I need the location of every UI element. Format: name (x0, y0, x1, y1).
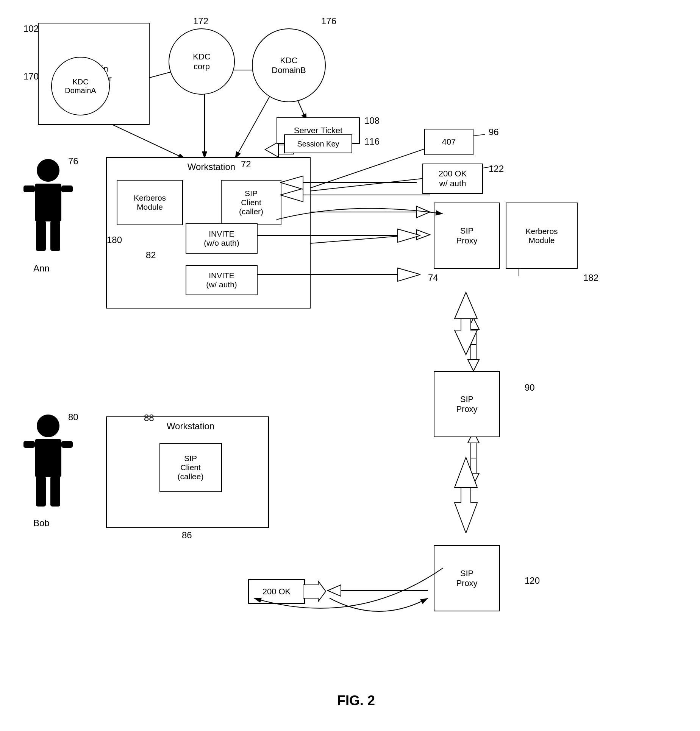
invite-wo-auth-label: INVITE (w/o auth) (204, 229, 239, 248)
svg-rect-37 (35, 439, 61, 477)
ref-80: 80 (68, 412, 78, 422)
svg-marker-46 (455, 488, 477, 533)
msg-407-label: 407 (442, 137, 456, 147)
arrow-invite-wo-auth-right (258, 225, 420, 246)
svg-marker-54 (398, 268, 420, 281)
ref-90: 90 (525, 382, 535, 393)
kdc-domain-a-label: KDC DomainA (65, 78, 96, 95)
session-key-box: Session Key (284, 134, 352, 153)
workstation-bottom-box: Workstation SIP Client (callee) (106, 416, 269, 528)
svg-point-30 (37, 159, 59, 182)
double-arrow-up-74-90 (449, 288, 483, 357)
bob-figure (23, 413, 73, 515)
ref-182: 182 (583, 273, 598, 283)
ref-96: 96 (489, 127, 499, 137)
ref-176: 176 (321, 16, 336, 26)
fig-label: FIG. 2 (280, 693, 432, 709)
svg-marker-44 (455, 319, 477, 355)
svg-marker-18 (468, 360, 479, 371)
ref-102: 102 (23, 23, 39, 34)
sip-proxy-120-box: SIP Proxy (434, 545, 500, 611)
curved-arrow-proxy-callee (167, 530, 443, 625)
kerberos-module-182-box: Kerberos Module (506, 203, 578, 269)
double-arrow-up-90-120 (449, 454, 483, 533)
msg-200ok-auth-label: 200 OK w/ auth (439, 169, 467, 189)
svg-marker-52 (280, 176, 303, 189)
diagram: Domain Controller KDC DomainA 102 170 KD… (0, 0, 700, 731)
invite-w-auth-label: INVITE (w/ auth) (206, 271, 237, 289)
svg-marker-50 (398, 229, 420, 242)
sip-proxy-90-box: SIP Proxy (434, 371, 500, 437)
workstation-top-label: Workstation (113, 162, 310, 172)
ref-116: 116 (364, 136, 380, 147)
session-key-label: Session Key (297, 140, 339, 148)
bob-label: Bob (33, 518, 50, 528)
kerberos-module-182-label: Kerberos Module (525, 227, 558, 245)
svg-rect-38 (23, 441, 35, 448)
kdc-domain-b-circle: KDC DomainB (252, 28, 326, 102)
kdc-domain-a-circle: KDC DomainA (51, 57, 110, 115)
curved-arrow-caller-proxy (239, 193, 451, 223)
invite-wo-auth-box: INVITE (w/o auth) (186, 223, 258, 254)
ref-74: 74 (428, 273, 438, 283)
svg-rect-41 (50, 476, 60, 507)
kdc-corp-circle: KDC corp (169, 28, 235, 95)
kerberos-module-top-label: Kerberos Module (134, 193, 166, 212)
arrow-200ok-auth-left (280, 172, 417, 193)
msg-200ok-auth-box: 200 OK w/ auth (422, 164, 483, 194)
ref-122: 122 (489, 164, 504, 174)
ref-76: 76 (68, 156, 78, 167)
svg-rect-32 (23, 185, 35, 192)
svg-rect-33 (61, 185, 73, 192)
kdc-corp-label: KDC corp (193, 52, 210, 72)
sip-client-callee-label: SIP Client (callee) (178, 454, 204, 481)
ann-figure (23, 157, 73, 259)
ref-172: 172 (193, 16, 208, 26)
ref-88: 88 (144, 413, 154, 423)
arrow-invite-w-auth-right (258, 264, 420, 285)
svg-point-36 (37, 415, 59, 437)
invite-w-auth-box: INVITE (w/ auth) (186, 265, 258, 295)
ref-120: 120 (525, 575, 540, 586)
kdc-domain-b-label: KDC DomainB (272, 56, 306, 75)
svg-line-7 (235, 91, 273, 159)
svg-rect-35 (50, 221, 60, 251)
svg-marker-8 (265, 142, 278, 157)
svg-rect-39 (61, 441, 73, 448)
svg-rect-31 (35, 184, 61, 221)
msg-407-box: 407 (424, 129, 473, 155)
ref-108: 108 (364, 115, 380, 126)
ref-82: 82 (146, 250, 156, 260)
ref-72: 72 (241, 159, 251, 170)
kerberos-module-top-box: Kerberos Module (117, 180, 183, 225)
ann-label: Ann (33, 263, 50, 274)
sip-proxy-90-label: SIP Proxy (456, 394, 477, 414)
sip-proxy-74-label: SIP Proxy (456, 226, 477, 246)
svg-rect-40 (36, 476, 46, 507)
sip-client-callee-box: SIP Client (callee) (159, 443, 222, 492)
ref-180: 180 (107, 235, 122, 245)
ref-170: 170 (23, 71, 39, 82)
svg-rect-34 (36, 221, 46, 251)
workstation-bottom-label: Workstation (113, 421, 268, 432)
sip-proxy-120-label: SIP Proxy (456, 569, 477, 588)
